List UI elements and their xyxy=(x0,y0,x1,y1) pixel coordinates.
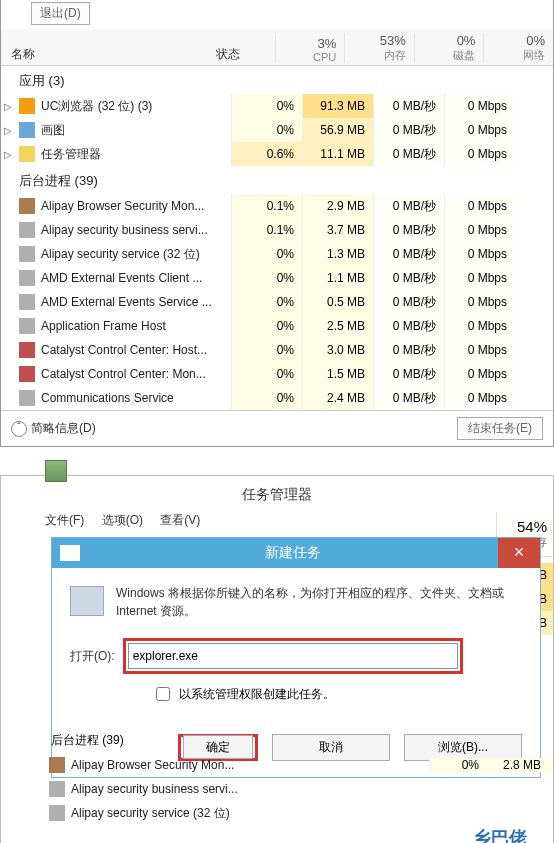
chevron-up-icon: ˆ xyxy=(11,421,27,437)
process-row[interactable]: Alipay security service (32 位)0%1.3 MB0 … xyxy=(1,242,553,266)
col-disk[interactable]: 0%磁盘 xyxy=(414,33,484,63)
col-status[interactable]: 状态 xyxy=(216,46,275,63)
group-background[interactable]: 后台进程 (39) xyxy=(45,726,553,753)
window-title: 任务管理器 xyxy=(1,482,553,510)
task-manager-with-run-dialog: 任务管理器 文件(F) 选项(O) 查看(V) 54% 内存 94.0 MB 6… xyxy=(0,475,554,843)
end-task-button[interactable]: 结束任务(E) xyxy=(457,417,543,440)
col-network[interactable]: 0%网络 xyxy=(483,33,553,63)
run-titlebar[interactable]: 新建任务 × xyxy=(52,538,540,568)
process-name: 画图 xyxy=(39,122,231,139)
exit-button[interactable]: 退出(D) xyxy=(31,2,90,25)
expand-icon[interactable]: ▷ xyxy=(1,125,15,136)
run-graphic-icon xyxy=(70,586,104,616)
fewer-details-link[interactable]: ˆ简略信息(D) xyxy=(11,420,96,437)
close-button[interactable]: × xyxy=(498,538,540,568)
run-icon xyxy=(60,545,80,561)
open-combobox[interactable] xyxy=(128,643,458,669)
process-row[interactable]: Catalyst Control Center: Mon...0%1.5 MB0… xyxy=(1,362,553,386)
menubar: 文件(F) 选项(O) 查看(V) xyxy=(1,510,553,535)
column-headers: 名称 状态 3%CPU 53%内存 0%磁盘 0%网络 xyxy=(1,29,553,66)
process-icon xyxy=(19,246,35,262)
process-name: 任务管理器 xyxy=(39,146,231,163)
process-row[interactable]: Alipay Browser Security Mon...0%2.8 MB xyxy=(45,753,553,777)
process-icon xyxy=(19,390,35,406)
app-icon xyxy=(19,98,35,114)
process-row[interactable]: ▷ 画图 0% 56.9 MB 0 MB/秒 0 Mbps xyxy=(1,118,553,142)
process-icon xyxy=(49,781,65,797)
process-icon xyxy=(19,222,35,238)
group-background[interactable]: 后台进程 (39) xyxy=(1,166,553,194)
group-apps[interactable]: 应用 (3) xyxy=(1,66,553,94)
process-row[interactable]: Application Frame Host0%2.5 MB0 MB/秒0 Mb… xyxy=(1,314,553,338)
open-label: 打开(O): xyxy=(70,648,115,665)
process-icon xyxy=(19,366,35,382)
process-icon xyxy=(19,270,35,286)
col-cpu[interactable]: 3%CPU xyxy=(275,36,345,63)
process-row[interactable]: AMD External Events Service ...0%0.5 MB0… xyxy=(1,290,553,314)
process-icon xyxy=(19,342,35,358)
process-row[interactable]: Alipay security business servi...0.1%3.7… xyxy=(1,218,553,242)
process-icon xyxy=(19,318,35,334)
admin-checkbox[interactable] xyxy=(156,687,170,701)
process-row[interactable]: AMD External Events Client ...0%1.1 MB0 … xyxy=(1,266,553,290)
process-icon xyxy=(49,757,65,773)
col-memory[interactable]: 53%内存 xyxy=(344,33,414,63)
run-description: Windows 将根据你所键入的名称，为你打开相应的程序、文件夹、文档或 Int… xyxy=(116,584,522,620)
admin-label: 以系统管理权限创建此任务。 xyxy=(179,686,335,703)
app-icon xyxy=(19,146,35,162)
process-row[interactable]: Alipay security business servi... xyxy=(45,777,553,801)
col-name[interactable]: 名称 xyxy=(1,46,216,63)
app-icon xyxy=(19,122,35,138)
expand-icon[interactable]: ▷ xyxy=(1,101,15,112)
process-icon xyxy=(19,198,35,214)
menu-file[interactable]: 文件(F) xyxy=(45,513,84,527)
run-title: 新建任务 xyxy=(88,544,498,562)
process-row[interactable]: Alipay Browser Security Mon...0.1%2.9 MB… xyxy=(1,194,553,218)
watermark: 乡巴佬 www.386w.com xyxy=(473,826,547,843)
taskmgr-icon xyxy=(45,460,67,482)
process-row[interactable]: Catalyst Control Center: Host...0%3.0 MB… xyxy=(1,338,553,362)
process-row[interactable]: Alipay security service (32 位) xyxy=(45,801,553,825)
process-icon xyxy=(49,805,65,821)
process-name: UC浏览器 (32 位) (3) xyxy=(39,98,231,115)
highlight-box xyxy=(123,638,463,674)
process-row[interactable]: ▷ 任务管理器 0.6% 11.1 MB 0 MB/秒 0 Mbps xyxy=(1,142,553,166)
menu-view[interactable]: 查看(V) xyxy=(160,513,200,527)
task-manager-window: 退出(D) 名称 状态 3%CPU 53%内存 0%磁盘 0%网络 应用 (3)… xyxy=(0,0,554,447)
process-row[interactable]: Communications Service0%2.4 MB0 MB/秒0 Mb… xyxy=(1,386,553,410)
menu-options[interactable]: 选项(O) xyxy=(102,513,143,527)
expand-icon[interactable]: ▷ xyxy=(1,149,15,160)
process-icon xyxy=(19,294,35,310)
process-row[interactable]: ▷ UC浏览器 (32 位) (3) 0% 91.3 MB 0 MB/秒 0 M… xyxy=(1,94,553,118)
